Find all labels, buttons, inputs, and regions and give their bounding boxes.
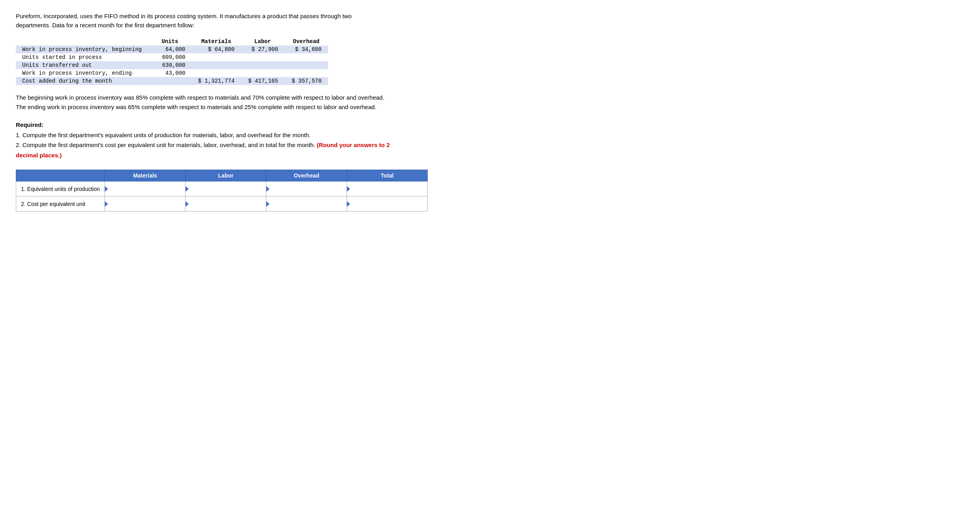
row-materials: [191, 69, 241, 77]
answer-cell-total[interactable]: [347, 196, 428, 212]
overhead-input[interactable]: [271, 196, 347, 211]
table-row: Work in process inventory, beginning64,0…: [16, 45, 328, 53]
input-arrow-icon: [347, 186, 350, 192]
row-units: 64,000: [148, 45, 191, 53]
row-materials: [191, 61, 241, 69]
answer-row-label: 2. Cost per equivalent unit: [16, 196, 105, 212]
row-materials: $ 1,321,774: [191, 77, 241, 85]
row-units: 630,000: [148, 61, 191, 69]
intro-paragraph: Pureform, Incorporated, uses the FIFO me…: [16, 12, 372, 30]
data-table: Units Materials Labor Overhead Work in p…: [16, 38, 328, 85]
input-arrow-icon: [186, 201, 189, 207]
answer-header-overhead: Overhead: [266, 170, 347, 181]
row-materials: [191, 53, 241, 61]
row-overhead: [284, 53, 328, 61]
answer-cell-total[interactable]: [347, 181, 428, 196]
answer-cell-labor[interactable]: [186, 181, 266, 196]
header-materials: Materials: [191, 38, 241, 45]
answer-header-label: [16, 170, 105, 181]
row-units: 609,000: [148, 53, 191, 61]
answer-header-total: Total: [347, 170, 428, 181]
input-arrow-icon: [266, 186, 269, 192]
header-overhead: Overhead: [284, 38, 328, 45]
materials-input[interactable]: [110, 196, 185, 211]
row-labor: [241, 69, 284, 77]
row-label: Cost added during the month: [16, 77, 148, 85]
overhead-input[interactable]: [271, 181, 347, 196]
row-labor: [241, 53, 284, 61]
row-materials: $ 64,800: [191, 45, 241, 53]
total-input[interactable]: [352, 181, 427, 196]
labor-input[interactable]: [190, 196, 266, 211]
row-overhead: [284, 61, 328, 69]
row-units: 43,000: [148, 69, 191, 77]
row-overhead: [284, 69, 328, 77]
row-label: Work in process inventory, ending: [16, 69, 148, 77]
table-row: Units started in process609,000: [16, 53, 328, 61]
row-label: Units started in process: [16, 53, 148, 61]
input-arrow-icon: [186, 186, 189, 192]
materials-input[interactable]: [110, 181, 185, 196]
required-line2: 2. Compute the first department's cost p…: [16, 140, 392, 160]
answer-cell-overhead[interactable]: [266, 196, 347, 212]
total-input[interactable]: [352, 196, 427, 211]
input-arrow-icon: [105, 201, 108, 207]
row-labor: $ 27,900: [241, 45, 284, 53]
table-row: Cost added during the month$ 1,321,774$ …: [16, 77, 328, 85]
row-label: Work in process inventory, beginning: [16, 45, 148, 53]
answer-row-label: 1. Equivalent units of production: [16, 181, 105, 196]
answer-cell-materials[interactable]: [105, 181, 186, 196]
required-section: Required: 1. Compute the first departmen…: [16, 120, 392, 160]
input-arrow-icon: [266, 201, 269, 207]
labor-input[interactable]: [190, 181, 266, 196]
required-line1: 1. Compute the first department's equiva…: [16, 130, 392, 140]
answer-header-labor: Labor: [186, 170, 266, 181]
answer-row: 2. Cost per equivalent unit: [16, 196, 428, 212]
row-labor: [241, 61, 284, 69]
row-units: [148, 77, 191, 85]
header-units: Units: [148, 38, 191, 45]
table-row: Work in process inventory, ending43,000: [16, 69, 328, 77]
answer-cell-overhead[interactable]: [266, 181, 347, 196]
header-labor: Labor: [241, 38, 284, 45]
row-label: Units transferred out: [16, 61, 148, 69]
table-row: Units transferred out630,000: [16, 61, 328, 69]
answer-cell-labor[interactable]: [186, 196, 266, 212]
input-arrow-icon: [105, 186, 108, 192]
row-labor: $ 417,165: [241, 77, 284, 85]
answer-row: 1. Equivalent units of production: [16, 181, 428, 196]
row-overhead: $ 357,570: [284, 77, 328, 85]
answer-header-materials: Materials: [105, 170, 186, 181]
middle-text: The beginning work in process inventory …: [16, 93, 392, 112]
answer-cell-materials[interactable]: [105, 196, 186, 212]
required-label: Required:: [16, 121, 44, 128]
row-overhead: $ 34,600: [284, 45, 328, 53]
input-arrow-icon: [347, 201, 350, 207]
answer-table: Materials Labor Overhead Total 1. Equiva…: [16, 170, 428, 212]
